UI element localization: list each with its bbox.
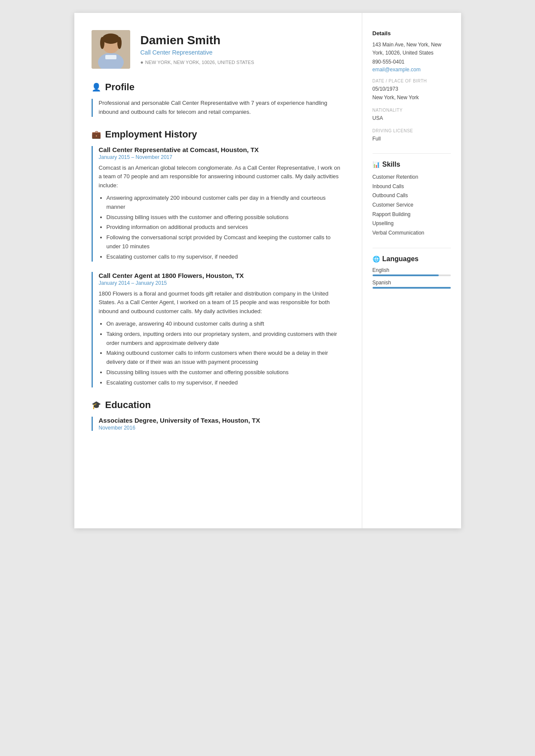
lang-bar-fill (373, 274, 439, 276)
skills-section: 📊 Skills Customer Retention Inbound Call… (373, 161, 451, 238)
education-section: 🎓 Education Associates Degree, Universit… (92, 399, 345, 431)
dob-label: DATE / PLACE OF BIRTH (373, 79, 451, 83)
nationality-label: NATIONALITY (373, 108, 451, 113)
job-title: Call Center Agent at 1800 Flowers, Houst… (99, 272, 345, 279)
driving-label: DRIVING LICENSE (373, 128, 451, 133)
main-column: Damien Smith Call Center Representative … (74, 13, 362, 528)
language-item: Spanish (373, 280, 451, 289)
job-entry: Call Center Agent at 1800 Flowers, Houst… (92, 272, 345, 387)
candidate-title: Call Center Representative (141, 49, 345, 56)
candidate-location: ● NEW YORK, NEW YORK, 10026, UNITED STAT… (141, 59, 345, 65)
details-email: email@example.com (373, 67, 451, 73)
bullet-item: On average, answering 40 inbound custome… (107, 320, 345, 329)
lang-bar-bg (373, 287, 451, 289)
profile-section-title: 👤 Profile (92, 82, 345, 93)
divider (373, 248, 451, 248)
graduation-icon: 🎓 (92, 400, 101, 410)
job-dates: January 2014 – January 2015 (99, 280, 345, 286)
resume-container: Damien Smith Call Center Representative … (74, 13, 461, 528)
job-title: Call Center Representative at Comcast, H… (99, 146, 345, 153)
svg-rect-6 (105, 55, 116, 59)
details-section: Details 143 Main Ave, New York, New York… (373, 30, 451, 143)
profile-text: Professional and personable Call Center … (92, 99, 345, 117)
edu-title: Associates Degree, University of Texas, … (99, 417, 345, 424)
driving-value: Full (373, 135, 451, 143)
dob-value: 05/10/1973 New York, New York (373, 85, 451, 101)
profile-icon: 👤 (92, 82, 101, 92)
lang-bar-fill (373, 287, 451, 289)
lang-name: English (373, 267, 451, 273)
job-bullets: Answering approximately 200 inbound cust… (99, 194, 345, 262)
avatar (92, 30, 130, 69)
details-phone: 890-555-0401 (373, 59, 451, 65)
skills-icon: 📊 (373, 161, 380, 168)
location-icon: ● (141, 59, 144, 65)
bullet-item: Making outbound customer calls to inform… (107, 349, 345, 367)
bullet-item: Following the conversational script prov… (107, 233, 345, 251)
bullet-item: Discussing billing issues with the custo… (107, 213, 345, 222)
job-desc: Comcast is an American global telecom co… (99, 164, 345, 190)
bullet-item: Discussing billing issues with the custo… (107, 368, 345, 377)
skill-item: Inbound Calls (373, 182, 451, 192)
lang-bar-bg (373, 274, 451, 276)
bullet-item: Taking orders, inputting orders into our… (107, 330, 345, 348)
edu-date: November 2016 (99, 425, 345, 431)
job-desc: 1800 Flowers is a floral and gourmet foo… (99, 290, 345, 316)
briefcase-icon: 💼 (92, 130, 101, 139)
skill-item: Rapport Building (373, 210, 451, 219)
svg-point-3 (102, 34, 119, 44)
job-bullets: On average, answering 40 inbound custome… (99, 320, 345, 387)
skills-title: 📊 Skills (373, 161, 451, 168)
employment-section: 💼 Employment History Call Center Represe… (92, 129, 345, 387)
globe-icon: 🌐 (373, 256, 380, 262)
resume-header: Damien Smith Call Center Representative … (92, 30, 345, 69)
job-dates: January 2015 – November 2017 (99, 154, 345, 160)
profile-section: 👤 Profile Professional and personable Ca… (92, 82, 345, 117)
skill-item: Customer Service (373, 201, 451, 210)
languages-title: 🌐 Languages (373, 255, 451, 263)
languages-section: 🌐 Languages English Spanish (373, 255, 451, 289)
education-entry: Associates Degree, University of Texas, … (92, 417, 345, 431)
candidate-name: Damien Smith (141, 34, 345, 47)
employment-section-title: 💼 Employment History (92, 129, 345, 140)
bullet-item: Escalating customer calls to my supervis… (107, 253, 345, 262)
svg-point-4 (100, 37, 104, 49)
education-section-title: 🎓 Education (92, 399, 345, 411)
skill-item: Upselling (373, 219, 451, 229)
divider (373, 153, 451, 154)
sidebar: Details 143 Main Ave, New York, New York… (362, 13, 461, 528)
job-entry: Call Center Representative at Comcast, H… (92, 146, 345, 262)
nationality-value: USA (373, 114, 451, 122)
bullet-item: Answering approximately 200 inbound cust… (107, 194, 345, 212)
details-heading: Details (373, 30, 451, 37)
skill-item: Outbound Calls (373, 191, 451, 201)
header-info: Damien Smith Call Center Representative … (141, 34, 345, 65)
lang-name: Spanish (373, 280, 451, 286)
skill-item: Verbal Communication (373, 229, 451, 238)
svg-point-5 (117, 37, 122, 49)
skill-item: Customer Retention (373, 173, 451, 182)
bullet-item: Escalating customer calls to my supervis… (107, 378, 345, 387)
details-address: 143 Main Ave, New York, New York, 10026,… (373, 41, 451, 57)
bullet-item: Providing information on additional prod… (107, 223, 345, 232)
language-item: English (373, 267, 451, 276)
